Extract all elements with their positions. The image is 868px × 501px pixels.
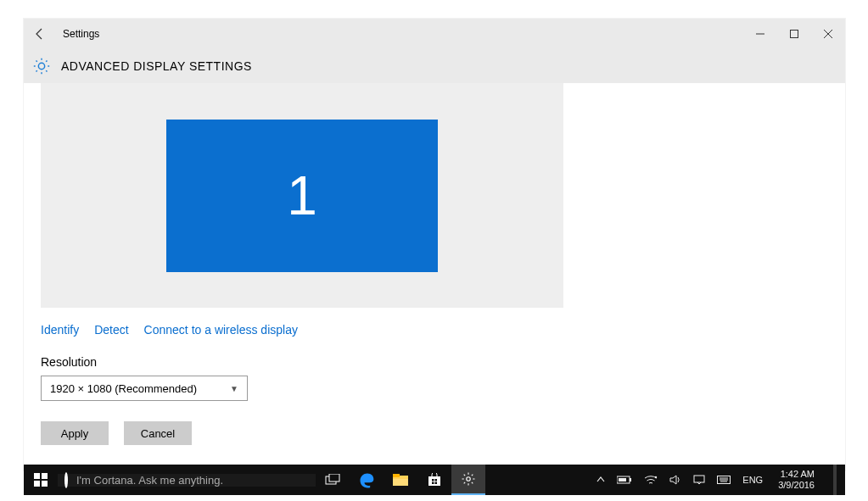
svg-rect-22 — [718, 476, 731, 484]
minimize-button[interactable] — [743, 19, 777, 49]
task-view-button[interactable] — [316, 465, 350, 495]
clock[interactable]: 1:42 AM 3/9/2016 — [775, 469, 818, 491]
battery-icon[interactable] — [617, 465, 632, 495]
edge-app-icon[interactable] — [350, 465, 384, 495]
display-actions: Identify Detect Connect to a wireless di… — [41, 323, 563, 337]
monitor-number: 1 — [287, 164, 317, 227]
svg-rect-15 — [435, 482, 438, 485]
resolution-label: Resolution — [41, 355, 563, 369]
file-explorer-icon[interactable] — [384, 465, 417, 495]
taskbar: I'm Cortana. Ask me anything. EN — [24, 465, 845, 495]
apply-button[interactable]: Apply — [41, 421, 109, 445]
chevron-down-icon: ▼ — [230, 384, 238, 393]
svg-rect-19 — [619, 478, 626, 482]
svg-rect-12 — [432, 479, 434, 482]
svg-rect-5 — [42, 481, 48, 487]
display-preview: 1 — [41, 83, 563, 308]
page-title: ADVANCED DISPLAY SETTINGS — [61, 59, 252, 73]
connect-wireless-link[interactable]: Connect to a wireless display — [144, 323, 298, 337]
tray-overflow-icon[interactable] — [596, 465, 605, 495]
svg-rect-14 — [432, 482, 434, 485]
svg-rect-6 — [326, 476, 336, 484]
settings-window: Settings ADVANCED DISPLAY SETTINGS 1 — [24, 19, 845, 470]
svg-point-16 — [467, 477, 471, 482]
identify-link[interactable]: Identify — [41, 323, 79, 337]
svg-rect-10 — [393, 479, 408, 486]
resolution-dropdown[interactable]: 1920 × 1080 (Recommended) ▼ — [41, 376, 248, 401]
svg-rect-9 — [393, 474, 400, 477]
svg-rect-7 — [329, 474, 339, 482]
language-indicator[interactable]: ENG — [742, 465, 763, 495]
app-name: Settings — [63, 28, 99, 40]
cortana-icon — [64, 474, 68, 487]
cancel-button[interactable]: Cancel — [124, 421, 192, 445]
resolution-value: 1920 × 1080 (Recommended) — [50, 382, 197, 395]
svg-point-20 — [655, 476, 657, 478]
back-button[interactable] — [24, 19, 56, 49]
svg-rect-17 — [617, 476, 630, 483]
svg-rect-8 — [393, 476, 408, 486]
store-icon[interactable] — [417, 465, 451, 495]
detect-link[interactable]: Detect — [94, 323, 128, 337]
system-tray: ENG 1:42 AM 3/9/2016 — [596, 465, 845, 495]
svg-rect-2 — [34, 473, 40, 479]
action-center-icon[interactable] — [693, 465, 705, 495]
maximize-button[interactable] — [777, 19, 811, 49]
gear-icon — [32, 57, 51, 75]
cortana-search[interactable]: I'm Cortana. Ask me anything. — [58, 474, 316, 487]
svg-rect-4 — [34, 481, 40, 487]
clock-date: 3/9/2016 — [778, 480, 815, 491]
svg-rect-21 — [694, 476, 704, 482]
show-desktop-button[interactable] — [833, 465, 837, 495]
svg-rect-11 — [428, 476, 440, 486]
svg-rect-1 — [791, 31, 798, 38]
action-buttons: Apply Cancel — [41, 421, 563, 445]
body: 1 Identify Detect Connect to a wireless … — [24, 83, 845, 470]
svg-rect-13 — [435, 479, 438, 482]
cortana-placeholder: I'm Cortana. Ask me anything. — [76, 474, 223, 487]
close-button[interactable] — [811, 19, 845, 49]
start-button[interactable] — [24, 465, 58, 495]
volume-icon[interactable] — [669, 465, 681, 495]
svg-rect-3 — [42, 473, 48, 479]
content-pane: 1 Identify Detect Connect to a wireless … — [24, 83, 563, 470]
svg-rect-18 — [630, 478, 631, 482]
clock-time: 1:42 AM — [778, 469, 815, 480]
settings-app-icon[interactable] — [451, 465, 485, 495]
titlebar: Settings — [24, 19, 845, 49]
monitor-thumbnail[interactable]: 1 — [166, 120, 438, 272]
wifi-icon[interactable] — [644, 465, 658, 495]
keyboard-icon[interactable] — [717, 465, 731, 495]
caption-controls — [743, 19, 845, 49]
page-header: ADVANCED DISPLAY SETTINGS — [24, 49, 845, 83]
